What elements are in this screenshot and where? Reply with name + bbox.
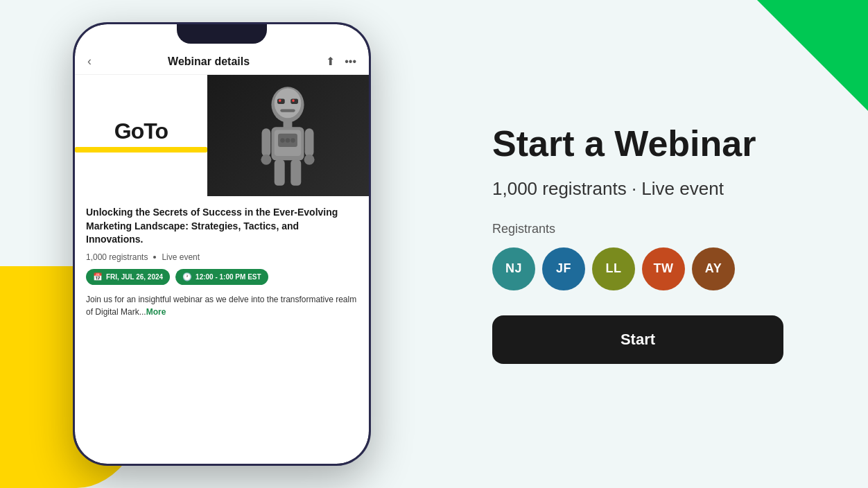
avatar-ll: LL: [592, 247, 635, 290]
goto-logo-section: GoTo: [75, 75, 207, 196]
registrants-label: Registrants: [492, 222, 819, 236]
phone-notch: [177, 24, 267, 44]
desc-text: Join us for an insightful webinar as we …: [86, 295, 356, 317]
page-heading: Start a Webinar: [492, 124, 819, 164]
date-tag: 📅 FRI, JUL 26, 2024: [86, 269, 170, 285]
side-button-power: [370, 135, 371, 191]
side-button-vol-down: [73, 184, 74, 222]
right-panel: Start a Webinar 1,000 registrants · Live…: [444, 82, 868, 405]
avatar-row: NJJFLLTWAY: [492, 247, 819, 290]
back-button[interactable]: ‹: [87, 54, 92, 69]
svg-rect-18: [275, 159, 285, 186]
time-label: 12:00 - 1:00 PM EST: [196, 273, 261, 281]
svg-point-16: [261, 154, 272, 164]
svg-rect-15: [305, 128, 314, 157]
robot-image-area: [207, 75, 369, 196]
svg-rect-3: [291, 98, 299, 104]
svg-rect-19: [291, 159, 302, 186]
goto-logo-text: GoTo: [114, 119, 168, 144]
phone-screen: ‹ Webinar details ⬆ ••• GoTo: [75, 24, 369, 464]
robot-illustration: [257, 84, 319, 188]
phone-inner: ‹ Webinar details ⬆ ••• GoTo: [75, 24, 369, 464]
side-button-mute: [73, 107, 74, 132]
avatar-tw: TW: [642, 247, 685, 290]
upload-icon[interactable]: ⬆: [326, 55, 335, 68]
start-button[interactable]: Start: [492, 315, 783, 364]
more-icon[interactable]: •••: [345, 55, 356, 68]
webinar-description: Join us for an insightful webinar as we …: [86, 293, 358, 318]
webinar-title: Unlocking the Secrets of Success in the …: [86, 206, 358, 247]
svg-rect-6: [281, 109, 295, 112]
svg-point-11: [281, 138, 285, 142]
registrant-count: 1,000 registrants: [86, 252, 148, 262]
time-tag: 🕐 12:00 - 1:00 PM EST: [175, 269, 268, 285]
date-label: FRI, JUL 26, 2024: [106, 273, 163, 281]
svg-rect-4: [279, 99, 281, 101]
phone-section: ‹ Webinar details ⬆ ••• GoTo: [0, 0, 444, 488]
webinar-meta: 1,000 registrants Live event: [86, 252, 358, 262]
phone-frame: ‹ Webinar details ⬆ ••• GoTo: [73, 22, 371, 466]
main-container: ‹ Webinar details ⬆ ••• GoTo: [0, 0, 868, 488]
svg-rect-14: [262, 128, 271, 157]
nav-title: Webinar details: [168, 55, 250, 68]
webinar-tags: 📅 FRI, JUL 26, 2024 🕐 12:00 - 1:00 PM ES…: [86, 269, 358, 285]
meta-separator: [153, 256, 156, 259]
phone-nav: ‹ Webinar details ⬆ •••: [75, 49, 369, 75]
event-type: Live event: [162, 252, 200, 262]
more-link[interactable]: More: [146, 307, 166, 317]
goto-underline: [75, 147, 207, 152]
svg-rect-2: [277, 98, 285, 104]
svg-point-13: [291, 138, 295, 142]
side-button-vol-up: [73, 139, 74, 177]
avatar-ay: AY: [692, 247, 735, 290]
svg-point-17: [304, 154, 315, 164]
clock-icon: 🕐: [182, 272, 192, 281]
calendar-icon: 📅: [93, 272, 103, 281]
avatar-jf: JF: [542, 247, 585, 290]
nav-icons: ⬆ •••: [326, 55, 356, 68]
webinar-image: GoTo: [75, 75, 369, 196]
svg-point-12: [286, 138, 290, 142]
phone-content: Unlocking the Secrets of Success in the …: [75, 196, 369, 328]
avatar-nj: NJ: [492, 247, 535, 290]
webinar-subtitle: 1,000 registrants · Live event: [492, 178, 819, 200]
svg-rect-5: [293, 99, 295, 101]
